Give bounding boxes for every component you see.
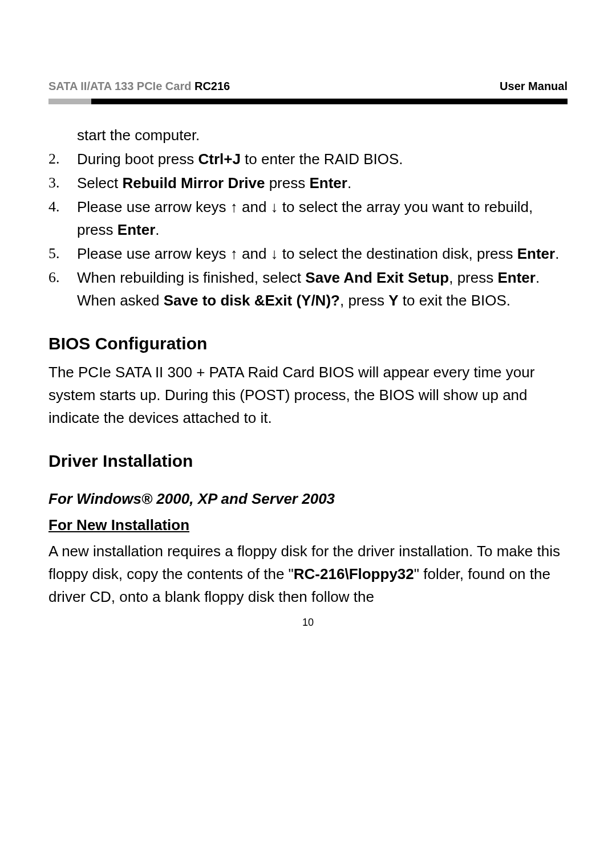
step-text: When rebuilding is finished, select Save… [77,266,568,312]
step-text: Please use arrow keys ↑ and ↓ to select … [77,242,568,265]
header-right: User Manual [500,80,568,93]
step-4: 4. Please use arrow keys ↑ and ↓ to sele… [48,195,568,241]
step-number: 6. [48,266,77,312]
step-number: 2. [48,148,77,170]
header-rule [48,99,568,104]
step-3: 3. Select Rebuild Mirror Drive press Ent… [48,172,568,194]
manual-page: SATA II/ATA 133 PCIe Card RC216 User Man… [0,0,616,868]
step-text: Select Rebuild Mirror Drive press Enter. [77,172,568,194]
new-installation-paragraph: A new installation requires a floppy dis… [48,540,568,608]
step-number: 4. [48,195,77,241]
step-text: Please use arrow keys ↑ and ↓ to select … [77,195,568,241]
rule-black-segment [91,99,568,104]
step-text: During boot press Ctrl+J to enter the RA… [77,148,568,170]
step-2: 2. During boot press Ctrl+J to enter the… [48,148,568,170]
header-left: SATA II/ATA 133 PCIe Card RC216 [48,80,230,93]
header-product-line: SATA II/ATA 133 PCIe Card [48,80,194,92]
bios-configuration-heading: BIOS Configuration [48,332,568,355]
step-6: 6. When rebuilding is finished, select S… [48,266,568,312]
driver-installation-heading: Driver Installation [48,450,568,472]
page-header: SATA II/ATA 133 PCIe Card RC216 User Man… [48,80,568,93]
header-model: RC216 [194,80,230,92]
step-5: 5. Please use arrow keys ↑ and ↓ to sele… [48,242,568,265]
bios-configuration-paragraph: The PCIe SATA II 300 + PATA Raid Card BI… [48,361,568,429]
page-body: start the computer. 2. During boot press… [48,124,568,608]
step-1-continuation: start the computer. [77,124,568,146]
step-number: 5. [48,242,77,265]
page-number: 10 [0,617,616,629]
numbered-steps: 2. During boot press Ctrl+J to enter the… [48,148,568,312]
step-number: 3. [48,172,77,194]
rule-grey-segment [48,99,91,104]
windows-subheading: For Windows® 2000, XP and Server 2003 [48,487,568,510]
new-installation-heading: For New Installation [48,514,568,536]
